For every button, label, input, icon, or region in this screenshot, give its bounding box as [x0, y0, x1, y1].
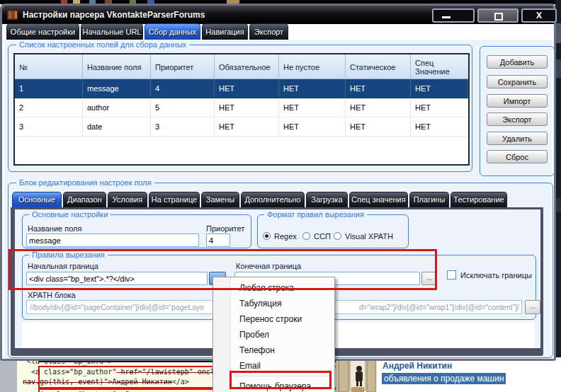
export-button[interactable]: Экспорт	[487, 113, 548, 126]
tab-range[interactable]: Диапазон	[63, 192, 106, 207]
tab-export[interactable]: Экспорт	[249, 23, 288, 40]
exclude-boundaries-label: Исключать границы	[460, 271, 532, 279]
priority-label: Приоритет	[206, 224, 244, 233]
maximize-icon	[494, 13, 503, 21]
desktop-right-strip	[555, 0, 561, 361]
app-icon	[7, 9, 18, 21]
tab-testing[interactable]: Тестирование	[450, 192, 507, 207]
table-row[interactable]: 1 message 4 НЕТ НЕТ НЕТ НЕТ	[15, 79, 468, 98]
close-button[interactable]: X	[521, 8, 557, 23]
radio-ssp[interactable]	[302, 232, 310, 240]
radio-visual-xpath[interactable]	[334, 232, 341, 240]
menu-item-line-break[interactable]: Перенос строки	[213, 311, 334, 327]
save-button[interactable]: Сохранить	[487, 75, 548, 88]
minimize-button[interactable]	[432, 8, 475, 23]
exclude-boundaries-checkbox[interactable]	[447, 270, 456, 279]
menu-item-space[interactable]: Пробел	[213, 327, 334, 342]
table-header-row: № Название поля Приоритет Обязательное Н…	[15, 54, 468, 79]
col-number[interactable]: №	[15, 54, 83, 79]
maximize-button[interactable]	[477, 8, 518, 23]
col-required[interactable]: Обязательное	[215, 54, 279, 79]
tab-additional[interactable]: Дополнительно	[241, 192, 305, 207]
table-row[interactable]: 2 author 5 НЕТ НЕТ НЕТ НЕТ	[15, 98, 468, 117]
tab-general-settings[interactable]: Общие настройки	[6, 23, 79, 40]
format-group-box	[257, 214, 409, 248]
tab-navigation[interactable]: Навигация	[202, 23, 248, 40]
selected-text: объявления о продаже машин	[382, 373, 506, 384]
minimize-icon	[442, 16, 450, 18]
field-name-input[interactable]	[26, 234, 199, 247]
basic-group-title: Основные настройки	[29, 210, 110, 219]
col-field-name[interactable]: Название поля	[83, 54, 151, 79]
tab-special-values[interactable]: Спец значения	[349, 192, 408, 207]
fields-group-title: Список настроенных полей для сбора данны…	[16, 40, 189, 49]
col-not-empty[interactable]: Не пустое	[279, 54, 346, 79]
tab-data-collection[interactable]: Сбор данных	[144, 23, 200, 40]
tab-on-page[interactable]: На странице	[149, 192, 200, 207]
tab-basic[interactable]: Основные	[12, 192, 62, 207]
reset-button[interactable]: Сброс	[487, 150, 548, 163]
xpath-text-left: //body/div[@id="pageContainer"]/div[@id=…	[30, 303, 204, 311]
add-button[interactable]: Добавить	[487, 55, 548, 69]
tab-conditions[interactable]: Условия	[108, 192, 147, 207]
profile-avatar	[336, 357, 377, 392]
tab-replacements[interactable]: Замены	[201, 192, 239, 207]
annotation-box-rules-group	[8, 249, 437, 290]
radio-dot-icon	[265, 234, 268, 238]
radio-regex-label: Regex	[274, 232, 297, 241]
title-bar[interactable]: Настройки парсера VkontakteParserForums …	[2, 6, 554, 24]
radio-regex[interactable]	[263, 232, 271, 240]
radio-visual-xpath-label: Visual XPATH	[345, 232, 393, 241]
radio-ssp-label: ССП	[314, 232, 331, 241]
priority-input[interactable]	[206, 234, 230, 247]
annotation-box-browser-help	[230, 371, 332, 389]
col-priority[interactable]: Приоритет	[151, 54, 215, 79]
editor-group-title: Блок редактирования настроек поля	[16, 178, 154, 187]
xpath-more-button[interactable]: ...	[525, 300, 540, 314]
tab-start-urls[interactable]: Начальные URL	[81, 23, 143, 40]
tab-plugins[interactable]: Плагины	[409, 192, 449, 207]
delete-button[interactable]: Удалить	[487, 132, 548, 145]
col-special[interactable]: Спец Значение	[411, 54, 468, 79]
import-button[interactable]: Импорт	[487, 94, 548, 108]
xpath-label: XPATH блока	[28, 291, 76, 299]
format-group-title: Формат правил вырезания	[264, 210, 367, 219]
fields-table[interactable]: № Название поля Приоритет Обязательное Н…	[13, 53, 470, 166]
menu-item-tabulation[interactable]: Табуляция	[213, 296, 334, 311]
close-icon: X	[523, 11, 555, 21]
table-row[interactable]: 3 date 3 НЕТ НЕТ НЕТ НЕТ	[15, 117, 468, 137]
tab-download[interactable]: Загрузка	[306, 192, 348, 207]
profile-name: Андрей Никитин	[382, 361, 452, 371]
field-name-label: Название поля	[28, 224, 81, 233]
menu-item-phone[interactable]: Телефон	[213, 342, 334, 358]
browser-gutter	[0, 357, 18, 392]
code-line-a-close: nav.go(this, event)">Андрей Никитин</a>	[23, 378, 189, 386]
col-static[interactable]: Статическое	[346, 54, 411, 79]
window-title: Настройки парсера VkontakteParserForums	[23, 10, 205, 20]
xpath-text-right: d="wrap2"]/div[@id="wrap1"]/div[@id="con…	[359, 303, 519, 311]
